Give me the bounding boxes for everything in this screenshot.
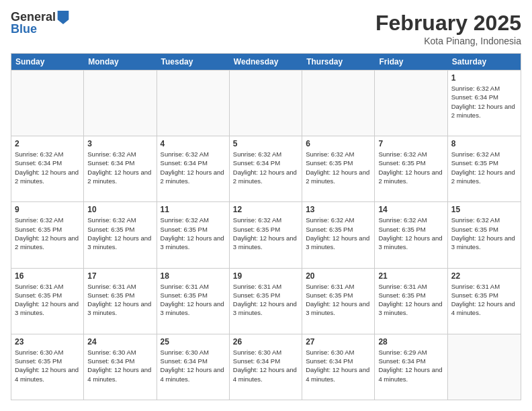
day-number: 14 [378, 205, 443, 214]
day-info: Sunrise: 6:32 AM Sunset: 6:34 PM Dayligh… [87, 150, 152, 185]
day-info: Sunrise: 6:30 AM Sunset: 6:35 PM Dayligh… [15, 348, 80, 383]
day-info: Sunrise: 6:31 AM Sunset: 6:35 PM Dayligh… [87, 282, 152, 318]
calendar-cell-7: 7Sunrise: 6:32 AM Sunset: 6:35 PM Daylig… [375, 136, 447, 201]
day-number: 16 [15, 271, 80, 281]
calendar-cell-25: 25Sunrise: 6:30 AM Sunset: 6:34 PM Dayli… [157, 334, 230, 400]
day-number: 7 [378, 139, 443, 148]
day-info: Sunrise: 6:31 AM Sunset: 6:35 PM Dayligh… [161, 282, 226, 318]
svg-marker-0 [58, 11, 69, 24]
header-day-friday: Friday [375, 54, 447, 70]
calendar-cell-1: 1Sunrise: 6:32 AM Sunset: 6:34 PM Daylig… [448, 71, 521, 136]
day-number: 2 [15, 139, 80, 148]
day-info: Sunrise: 6:32 AM Sunset: 6:35 PM Dayligh… [306, 150, 371, 185]
logo: General Blue [11, 11, 69, 36]
calendar-cell-empty-6 [448, 334, 521, 400]
title-section: February 2025 Kota Pinang, Indonesia [375, 11, 521, 46]
day-number: 11 [161, 205, 226, 214]
header: General Blue February 2025 Kota Pinang, … [11, 11, 521, 46]
calendar-row-4: 16Sunrise: 6:31 AM Sunset: 6:35 PM Dayli… [11, 268, 521, 334]
calendar-cell-10: 10Sunrise: 6:32 AM Sunset: 6:35 PM Dayli… [84, 202, 157, 267]
day-number: 15 [451, 205, 517, 214]
day-number: 20 [306, 271, 371, 281]
day-info: Sunrise: 6:32 AM Sunset: 6:35 PM Dayligh… [378, 216, 443, 251]
header-day-sunday: Sunday [11, 54, 84, 70]
day-number: 17 [87, 271, 152, 281]
calendar-cell-18: 18Sunrise: 6:31 AM Sunset: 6:35 PM Dayli… [157, 269, 230, 334]
logo-blue: Blue [11, 23, 69, 36]
calendar-cell-28: 28Sunrise: 6:29 AM Sunset: 6:34 PM Dayli… [375, 334, 447, 400]
calendar-cell-12: 12Sunrise: 6:32 AM Sunset: 6:35 PM Dayli… [230, 202, 302, 267]
calendar-cell-15: 15Sunrise: 6:32 AM Sunset: 6:35 PM Dayli… [448, 202, 521, 267]
calendar-cell-empty-1 [84, 71, 157, 136]
calendar-cell-empty-5 [375, 71, 447, 136]
day-info: Sunrise: 6:32 AM Sunset: 6:35 PM Dayligh… [87, 216, 152, 251]
day-info: Sunrise: 6:32 AM Sunset: 6:35 PM Dayligh… [161, 216, 226, 251]
header-day-thursday: Thursday [302, 54, 375, 70]
day-number: 28 [378, 337, 443, 347]
calendar-cell-11: 11Sunrise: 6:32 AM Sunset: 6:35 PM Dayli… [157, 202, 230, 267]
calendar-cell-27: 27Sunrise: 6:30 AM Sunset: 6:34 PM Dayli… [302, 334, 375, 400]
calendar-header: SundayMondayTuesdayWednesdayThursdayFrid… [11, 54, 521, 70]
day-number: 19 [233, 271, 298, 281]
calendar-cell-2: 2Sunrise: 6:32 AM Sunset: 6:34 PM Daylig… [11, 136, 84, 201]
day-number: 3 [87, 139, 152, 148]
day-info: Sunrise: 6:32 AM Sunset: 6:34 PM Dayligh… [451, 84, 517, 120]
day-number: 9 [15, 205, 80, 214]
location: Kota Pinang, Indonesia [375, 36, 521, 46]
header-day-monday: Monday [84, 54, 157, 70]
day-number: 25 [161, 337, 226, 347]
day-number: 18 [161, 271, 226, 281]
logo-text: General Blue [11, 11, 69, 36]
day-info: Sunrise: 6:32 AM Sunset: 6:35 PM Dayligh… [15, 216, 80, 251]
day-info: Sunrise: 6:31 AM Sunset: 6:35 PM Dayligh… [306, 282, 371, 318]
day-info: Sunrise: 6:32 AM Sunset: 6:34 PM Dayligh… [15, 150, 80, 185]
calendar-cell-19: 19Sunrise: 6:31 AM Sunset: 6:35 PM Dayli… [230, 269, 302, 334]
day-info: Sunrise: 6:32 AM Sunset: 6:34 PM Dayligh… [161, 150, 226, 185]
day-number: 10 [87, 205, 152, 214]
day-number: 24 [87, 337, 152, 347]
header-day-tuesday: Tuesday [157, 54, 230, 70]
day-number: 5 [233, 139, 298, 148]
day-info: Sunrise: 6:30 AM Sunset: 6:34 PM Dayligh… [87, 348, 152, 383]
day-number: 27 [306, 337, 371, 347]
day-number: 22 [451, 271, 517, 281]
header-day-saturday: Saturday [448, 54, 521, 70]
day-number: 13 [306, 205, 371, 214]
day-info: Sunrise: 6:29 AM Sunset: 6:34 PM Dayligh… [378, 348, 443, 383]
day-number: 21 [378, 271, 443, 281]
day-number: 1 [451, 73, 517, 83]
calendar-cell-6: 6Sunrise: 6:32 AM Sunset: 6:35 PM Daylig… [302, 136, 375, 201]
calendar-row-1: 1Sunrise: 6:32 AM Sunset: 6:34 PM Daylig… [11, 70, 521, 136]
calendar-cell-21: 21Sunrise: 6:31 AM Sunset: 6:35 PM Dayli… [375, 269, 447, 334]
calendar-row-2: 2Sunrise: 6:32 AM Sunset: 6:34 PM Daylig… [11, 136, 521, 201]
day-info: Sunrise: 6:32 AM Sunset: 6:35 PM Dayligh… [306, 216, 371, 251]
calendar-cell-empty-3 [230, 71, 302, 136]
day-info: Sunrise: 6:30 AM Sunset: 6:34 PM Dayligh… [161, 348, 226, 383]
day-info: Sunrise: 6:30 AM Sunset: 6:34 PM Dayligh… [306, 348, 371, 383]
day-info: Sunrise: 6:31 AM Sunset: 6:35 PM Dayligh… [451, 282, 517, 318]
day-number: 12 [233, 205, 298, 214]
calendar-cell-4: 4Sunrise: 6:32 AM Sunset: 6:34 PM Daylig… [157, 136, 230, 201]
calendar-row-5: 23Sunrise: 6:30 AM Sunset: 6:35 PM Dayli… [11, 334, 521, 400]
calendar-cell-empty-0 [11, 71, 84, 136]
calendar-cell-5: 5Sunrise: 6:32 AM Sunset: 6:34 PM Daylig… [230, 136, 302, 201]
day-info: Sunrise: 6:31 AM Sunset: 6:35 PM Dayligh… [378, 282, 443, 318]
day-number: 23 [15, 337, 80, 347]
calendar-cell-8: 8Sunrise: 6:32 AM Sunset: 6:35 PM Daylig… [448, 136, 521, 201]
day-info: Sunrise: 6:31 AM Sunset: 6:35 PM Dayligh… [15, 282, 80, 318]
calendar-cell-empty-2 [157, 71, 230, 136]
header-day-wednesday: Wednesday [230, 54, 302, 70]
day-info: Sunrise: 6:32 AM Sunset: 6:35 PM Dayligh… [451, 150, 517, 185]
calendar-cell-26: 26Sunrise: 6:30 AM Sunset: 6:34 PM Dayli… [230, 334, 302, 400]
calendar-cell-13: 13Sunrise: 6:32 AM Sunset: 6:35 PM Dayli… [302, 202, 375, 267]
day-info: Sunrise: 6:30 AM Sunset: 6:34 PM Dayligh… [233, 348, 298, 383]
calendar-cell-9: 9Sunrise: 6:32 AM Sunset: 6:35 PM Daylig… [11, 202, 84, 267]
calendar-cell-16: 16Sunrise: 6:31 AM Sunset: 6:35 PM Dayli… [11, 269, 84, 334]
day-number: 6 [306, 139, 371, 148]
calendar-cell-empty-4 [302, 71, 375, 136]
calendar-cell-14: 14Sunrise: 6:32 AM Sunset: 6:35 PM Dayli… [375, 202, 447, 267]
page: General Blue February 2025 Kota Pinang, … [0, 0, 532, 411]
day-number: 4 [161, 139, 226, 148]
day-info: Sunrise: 6:32 AM Sunset: 6:35 PM Dayligh… [233, 216, 298, 251]
calendar-cell-3: 3Sunrise: 6:32 AM Sunset: 6:34 PM Daylig… [84, 136, 157, 201]
